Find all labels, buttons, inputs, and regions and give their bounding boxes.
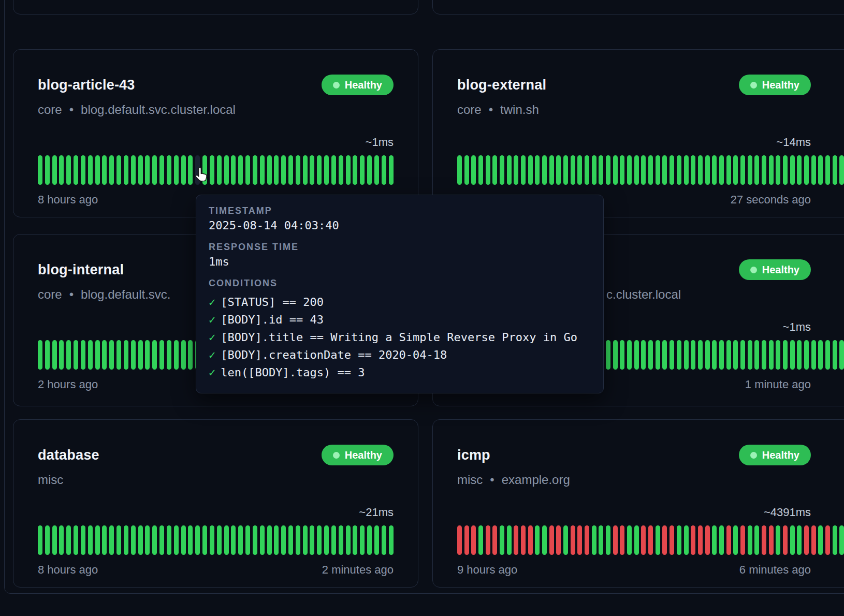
status-bar-up[interactable] [719, 340, 724, 370]
status-bar-up[interactable] [52, 155, 57, 185]
status-bar-up[interactable] [145, 525, 150, 555]
status-bar-up[interactable] [117, 155, 121, 185]
status-bar-up[interactable] [592, 155, 596, 185]
status-bar-up[interactable] [613, 340, 618, 370]
status-bar-up[interactable] [627, 525, 632, 555]
status-bar-up[interactable] [684, 155, 689, 185]
status-bar-up[interactable] [542, 155, 547, 185]
status-bar-up[interactable] [691, 340, 695, 370]
status-bar-up[interactable] [260, 155, 265, 185]
status-bar-up[interactable] [88, 155, 93, 185]
status-bar-up[interactable] [464, 155, 469, 185]
status-bar-up[interactable] [310, 525, 314, 555]
status-bar-up[interactable] [181, 155, 186, 185]
status-bar-up[interactable] [59, 525, 64, 555]
status-bar-up[interactable] [776, 340, 780, 370]
status-bar-up[interactable] [74, 340, 78, 370]
status-bar-up[interactable] [274, 525, 279, 555]
service-card-blog-external[interactable]: blog-external Healthy core • twin.sh ~14… [432, 49, 844, 217]
status-bar-up[interactable] [790, 340, 795, 370]
status-bar-down[interactable] [577, 525, 582, 555]
status-bar-up[interactable] [231, 525, 236, 555]
status-bar-up[interactable] [549, 155, 554, 185]
status-bar-up[interactable] [670, 340, 674, 370]
status-bar-up[interactable] [346, 155, 351, 185]
status-bar-up[interactable] [620, 155, 624, 185]
status-bar-up[interactable] [606, 340, 610, 370]
status-bar-up[interactable] [260, 525, 265, 555]
status-bar-up[interactable] [131, 340, 136, 370]
status-bar-up[interactable] [317, 155, 322, 185]
status-bar-up[interactable] [331, 155, 336, 185]
status-bar-up[interactable] [748, 340, 752, 370]
status-bar-up[interactable] [514, 155, 518, 185]
status-bar-down[interactable] [825, 525, 830, 555]
status-bar-up[interactable] [95, 155, 100, 185]
status-bar-up[interactable] [174, 340, 179, 370]
status-bar-down[interactable] [726, 525, 731, 555]
status-bar-up[interactable] [181, 340, 186, 370]
status-bar-up[interactable] [210, 525, 214, 555]
status-bar-up[interactable] [762, 155, 766, 185]
status-bar-up[interactable] [310, 155, 314, 185]
status-bar-up[interactable] [797, 525, 802, 555]
status-bar-down[interactable] [804, 525, 809, 555]
status-bar-up[interactable] [500, 155, 504, 185]
status-bar-up[interactable] [754, 525, 759, 555]
status-bar-up[interactable] [152, 525, 157, 555]
status-bar-up[interactable] [317, 525, 322, 555]
status-bar-up[interactable] [740, 155, 745, 185]
status-bar-up[interactable] [174, 155, 179, 185]
status-bar-up[interactable] [253, 525, 257, 555]
status-bar-down[interactable] [471, 525, 476, 555]
status-bar-up[interactable] [109, 525, 114, 555]
status-bar-up[interactable] [102, 340, 107, 370]
status-bar-up[interactable] [507, 155, 512, 185]
service-card-blog-article-43[interactable]: blog-article-43 Healthy core • blog.defa… [13, 49, 418, 217]
status-bar-down[interactable] [769, 525, 774, 555]
status-bar-up[interactable] [138, 155, 143, 185]
status-bar-up[interactable] [109, 155, 114, 185]
status-bar-up[interactable] [662, 340, 667, 370]
status-bar-up[interactable] [811, 155, 816, 185]
status-bar-down[interactable] [783, 525, 788, 555]
status-bar-up[interactable] [818, 340, 823, 370]
status-bar-up[interactable] [712, 155, 717, 185]
status-bar-up[interactable] [606, 525, 610, 555]
status-bar-up[interactable] [145, 340, 150, 370]
status-bar-down[interactable] [457, 525, 462, 555]
status-bar-up[interactable] [577, 155, 582, 185]
status-bar-up[interactable] [818, 525, 823, 555]
status-bar-down[interactable] [641, 525, 646, 555]
status-bar-up[interactable] [719, 155, 724, 185]
status-bar-up[interactable] [138, 525, 143, 555]
status-bar-up[interactable] [188, 525, 193, 555]
status-bar-hover[interactable] [195, 155, 200, 185]
status-bar-up[interactable] [634, 340, 639, 370]
status-bar-up[interactable] [389, 525, 394, 555]
status-bar-down[interactable] [740, 525, 745, 555]
status-bar-up[interactable] [740, 340, 745, 370]
status-bar-down[interactable] [762, 525, 766, 555]
status-bar-up[interactable] [776, 155, 780, 185]
status-bar-up[interactable] [677, 340, 681, 370]
status-bar-up[interactable] [38, 340, 42, 370]
status-bar-up[interactable] [353, 155, 357, 185]
status-bar-up[interactable] [528, 155, 533, 185]
status-bar-up[interactable] [159, 525, 164, 555]
status-bar-up[interactable] [288, 155, 293, 185]
status-bar-up[interactable] [571, 155, 575, 185]
status-bar-up[interactable] [748, 525, 752, 555]
status-bar-up[interactable] [776, 525, 780, 555]
status-bar-up[interactable] [733, 525, 738, 555]
status-bar-down[interactable] [556, 525, 561, 555]
status-bar-up[interactable] [542, 525, 547, 555]
status-bar-up[interactable] [684, 340, 689, 370]
status-bar-up[interactable] [281, 525, 286, 555]
status-bar-up[interactable] [117, 340, 121, 370]
status-bar-up[interactable] [159, 155, 164, 185]
status-bar-down[interactable] [464, 525, 469, 555]
status-bar-up[interactable] [656, 155, 660, 185]
status-bar-up[interactable] [81, 340, 85, 370]
status-bar-down[interactable] [521, 525, 526, 555]
